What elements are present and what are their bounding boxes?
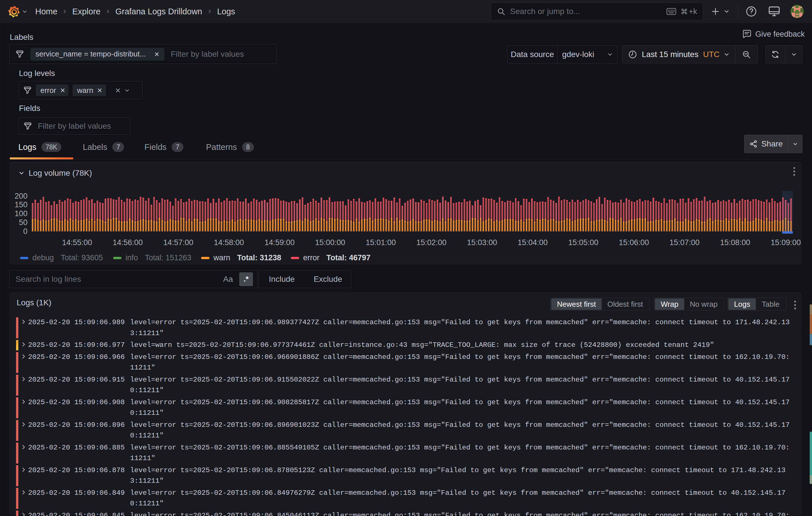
svg-text:15:01:00: 15:01:00 [366, 238, 396, 247]
svg-text:14:57:00: 14:57:00 [163, 238, 194, 247]
svg-text:15:00:00: 15:00:00 [315, 238, 345, 247]
svg-text:150: 150 [14, 200, 28, 209]
svg-text:50: 50 [19, 218, 28, 227]
svg-text:15:07:00: 15:07:00 [669, 238, 699, 247]
svg-text:14:56:00: 14:56:00 [113, 238, 143, 247]
svg-text:15:02:00: 15:02:00 [416, 238, 446, 247]
svg-text:0: 0 [23, 227, 28, 236]
svg-text:14:58:00: 14:58:00 [214, 238, 244, 247]
svg-text:15:05:00: 15:05:00 [568, 238, 598, 247]
svg-text:14:55:00: 14:55:00 [62, 238, 92, 247]
svg-text:15:03:00: 15:03:00 [467, 238, 497, 247]
svg-text:15:09:00: 15:09:00 [771, 238, 801, 247]
svg-text:200: 200 [14, 192, 28, 200]
svg-text:15:04:00: 15:04:00 [518, 238, 548, 247]
svg-text:15:08:00: 15:08:00 [720, 238, 750, 247]
svg-text:14:59:00: 14:59:00 [264, 238, 294, 247]
svg-text:15:06:00: 15:06:00 [619, 238, 649, 247]
svg-text:100: 100 [14, 209, 28, 218]
